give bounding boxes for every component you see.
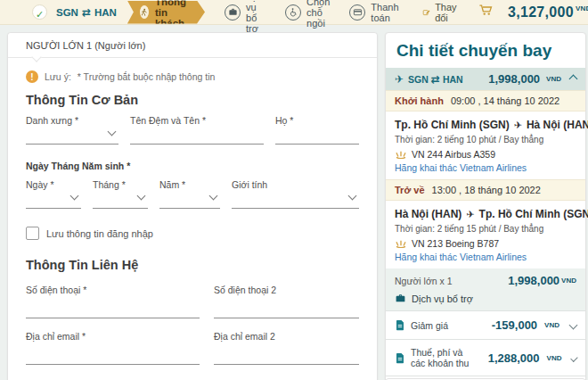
- cart-total-value: 3,127,000: [508, 4, 574, 20]
- summary-to: HAN: [443, 74, 463, 85]
- ancillary-services-row[interactable]: Dịch vụ bổ trợ: [395, 293, 576, 304]
- ancillary-services-label: Dịch vụ bổ trợ: [412, 293, 473, 304]
- swap-arrows-icon: [82, 6, 91, 19]
- chevron-down-icon[interactable]: [569, 321, 578, 330]
- note-label: Lưu ý:: [45, 71, 71, 82]
- phone-fields-row: Số điện thoại * Số điện thoại 2: [26, 285, 359, 318]
- taxes-row[interactable]: Thuế, phí và các khoản thu 1,288,000 VND: [386, 339, 585, 376]
- month-select[interactable]: Tháng *: [93, 179, 148, 209]
- dob-fields-row: Ngày * Tháng * Năm * Giới tính: [26, 179, 359, 209]
- change-booking-button[interactable]: Thay đổi: [422, 2, 461, 23]
- leg-to: Tp. Hồ Chí Minh (SGN): [479, 208, 588, 220]
- phone2-label: Số điện thoại 2: [214, 285, 359, 295]
- leg-operator-link[interactable]: Hãng khai thác Vietnam Airlines: [395, 252, 576, 262]
- phone2-field[interactable]: Số điện thoại 2: [214, 285, 359, 318]
- input-underline: [214, 318, 359, 318]
- flight-summary-row[interactable]: SGN HAN 1,998,000 VND: [386, 68, 585, 90]
- given-name-field[interactable]: Tên Đệm và Tên *: [130, 115, 264, 145]
- departure-leg: Tp. Hồ Chí Minh (SGN) Hà Nội (HAN) Thời …: [386, 112, 585, 179]
- briefcase-icon: [225, 4, 241, 21]
- surname-label: Họ *: [275, 115, 359, 126]
- departure-header: Khởi hành 09:00 , 14 tháng 10 2022: [386, 90, 585, 112]
- discount-row[interactable]: Giảm giá -159,000 VND: [386, 310, 585, 339]
- leg-flight-number: VN 244 Airbus A359: [412, 149, 495, 160]
- step-payment[interactable]: Thanh toán: [349, 2, 398, 23]
- chevron-down-icon[interactable]: [571, 354, 578, 361]
- year-label: Năm *: [159, 179, 220, 190]
- title-select[interactable]: Danh xưng *: [26, 115, 118, 145]
- chevron-up-icon[interactable]: [569, 75, 578, 84]
- chevron-down-icon: [137, 192, 146, 201]
- phone1-field[interactable]: Số điện thoại *: [26, 285, 200, 318]
- step-ancillary-services[interactable]: Dịch vụ bổ trợ: [225, 0, 265, 34]
- seat-icon: [285, 4, 301, 21]
- booking-steps-bar: SGN HAN Thông tin khách Dịch vụ bổ trợ C…: [0, 0, 588, 25]
- route-summary[interactable]: SGN HAN: [56, 6, 117, 19]
- plane-icon: [395, 73, 404, 86]
- chevron-down-icon: [70, 192, 79, 201]
- adult-fare-row: Người lớn x 1 1,998,000 VND: [395, 274, 576, 287]
- warning-icon: [26, 70, 38, 83]
- walking-person-icon: [140, 5, 149, 19]
- step-label: Dịch vụ bổ trợ: [246, 0, 265, 34]
- return-leg: Hà Nội (HAN) Tp. Hồ Chí Minh (SGN) Thời …: [386, 201, 585, 268]
- leg-operator-link[interactable]: Hãng khai thác Vietnam Airlines: [395, 162, 576, 173]
- input-underline: [93, 208, 148, 209]
- email-fields-row: Địa chỉ email * Địa chỉ email 2: [26, 331, 359, 365]
- step-label: Thanh toán: [371, 2, 398, 23]
- leg-flight: VN 213 Boeing B787: [395, 238, 576, 249]
- plane-icon: [466, 209, 474, 220]
- save-login-checkbox[interactable]: [26, 227, 39, 240]
- save-login-label: Lưu thông tin đăng nhập: [46, 228, 153, 239]
- day-select[interactable]: Ngày *: [26, 179, 81, 209]
- save-login-row: Lưu thông tin đăng nhập: [26, 227, 359, 240]
- summary-route: SGN HAN: [408, 73, 463, 86]
- summary-price: 1,998,000: [488, 72, 540, 86]
- leg-from: Tp. Hồ Chí Minh (SGN): [395, 119, 510, 131]
- exclamation-glyph: [30, 71, 33, 82]
- surname-field[interactable]: Họ *: [275, 115, 359, 145]
- passenger-tab[interactable]: NGƯỜI LỚN 1 (Người lớn): [8, 33, 377, 58]
- leg-duration: Thời gian: 2 tiếng 15 phút / Bay thẳng: [395, 224, 576, 234]
- contact-info-title: Thông Tin Liên Hệ: [26, 258, 359, 272]
- passenger-form-body: Lưu ý: * Trường bắt buộc nhập thông tin …: [8, 58, 377, 380]
- taxes-label: Thuế, phí và các khoản thu: [411, 347, 478, 368]
- discount-value: -159,000: [492, 318, 537, 332]
- flight-details-card: Chi tiết chuyến bay SGN HAN 1,998,000 VN…: [385, 32, 586, 380]
- swap-arrows-icon: [431, 73, 440, 86]
- booking-page: SGN HAN Thông tin khách Dịch vụ bổ trợ C…: [0, 0, 588, 380]
- vietnam-airlines-lotus-icon: [395, 150, 407, 159]
- gender-label: Giới tính: [232, 179, 359, 190]
- summary-from: SGN: [408, 74, 429, 85]
- leg-flight: VN 244 Airbus A359: [395, 149, 576, 160]
- leg-datetime: 13:00 , 18 tháng 10 2022: [432, 185, 541, 195]
- input-underline: [26, 318, 200, 318]
- leg-route: Hà Nội (HAN) Tp. Hồ Chí Minh (SGN): [395, 208, 576, 220]
- edit-icon: [422, 6, 431, 19]
- input-underline: [26, 364, 200, 365]
- vietnam-airlines-lotus-icon: [395, 239, 407, 248]
- phone1-label: Số điện thoại *: [26, 285, 200, 295]
- gender-select[interactable]: Giới tính: [232, 179, 359, 209]
- change-label: Thay đổi: [435, 2, 461, 23]
- email2-label: Địa chỉ email 2: [214, 331, 359, 342]
- chevron-down-icon: [209, 192, 218, 201]
- route-to: HAN: [94, 7, 117, 18]
- year-select[interactable]: Năm *: [159, 179, 220, 209]
- day-label: Ngày *: [26, 179, 81, 190]
- step-seat-selection[interactable]: Chọn chỗ ngồi: [285, 0, 330, 29]
- leg-duration: Thời gian: 2 tiếng 10 phút / Bay thẳng: [395, 135, 576, 145]
- leg-direction: Khởi hành: [395, 95, 444, 106]
- email2-field[interactable]: Địa chỉ email 2: [214, 331, 359, 365]
- dob-section-label: Ngày Tháng Năm sinh *: [26, 161, 359, 171]
- adult-fare-price: 1,998,000: [508, 274, 559, 287]
- name-fields-row: Danh xưng * Tên Đệm và Tên * Họ *: [26, 115, 359, 145]
- flight-details-title: Chi tiết chuyến bay: [386, 33, 585, 68]
- cart-total: 3,127,000VND: [508, 4, 588, 21]
- currency-label: VND: [561, 277, 576, 285]
- email1-label: Địa chỉ email *: [26, 331, 200, 342]
- leg-direction: Trở về: [395, 185, 425, 195]
- step-passenger-info[interactable]: Thông tin khách: [127, 1, 205, 24]
- email1-field[interactable]: Địa chỉ email *: [26, 331, 200, 365]
- cart-icon[interactable]: [478, 3, 494, 21]
